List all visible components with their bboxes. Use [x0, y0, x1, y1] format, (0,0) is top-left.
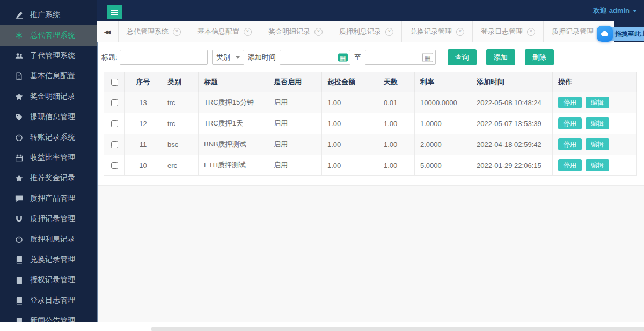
netdisk-cloud-icon[interactable] — [597, 26, 613, 42]
row-checkbox[interactable] — [111, 99, 118, 106]
tab-item[interactable]: 总代管理系统× — [119, 21, 189, 42]
column-header: 类别 — [162, 72, 199, 92]
tab-item[interactable]: 兑换记录管理× — [402, 21, 473, 42]
category-select[interactable]: 类别 — [212, 50, 244, 65]
cell-days: 1.00 — [378, 113, 415, 134]
cell-min_invest: 1.00 — [322, 113, 378, 134]
menu-toggle-button[interactable] — [107, 5, 122, 19]
calendar-icon[interactable]: ▦ — [422, 53, 433, 62]
tab-bar: ◀◀ 总代管理系统×基本信息配置×奖金明细记录×质押利息记录×兑换记录管理×登录… — [97, 21, 644, 42]
sidebar-item[interactable]: 收益比率管理 — [0, 148, 97, 168]
cell-added_at: 2022-05-07 13:53:39 — [471, 113, 553, 134]
sidebar-item[interactable]: 推荐奖金记录 — [0, 168, 97, 188]
sidebar-item-label: 质押记录管理 — [30, 214, 75, 224]
cell-days: 1.00 — [378, 134, 415, 155]
products-table: 序号类别标题是否启用起投金额天数利率添加时间操作 13trcTRC质押15分钟启… — [104, 72, 637, 176]
sidebar-item-label: 推荐奖金记录 — [30, 173, 75, 183]
cell-title: TRC质押1天 — [199, 113, 268, 134]
cell-category: trc — [162, 92, 199, 113]
column-header: 天数 — [378, 72, 415, 92]
tabs-scroll-left-button[interactable]: ◀◀ — [97, 21, 119, 42]
edit-button[interactable]: 编辑 — [586, 117, 609, 129]
select-caret-icon — [236, 56, 240, 59]
cell-enabled: 启用 — [268, 155, 322, 176]
calendar-icon[interactable]: ▦ — [338, 54, 348, 62]
column-header: 利率 — [415, 72, 471, 92]
row-select-cell — [104, 134, 125, 155]
column-header: 操作 — [553, 72, 637, 92]
sidebar-item[interactable]: 授权记录管理 — [0, 270, 97, 290]
table-body: 13trcTRC质押15分钟启用1.000.0110000.00002022-0… — [104, 92, 637, 176]
sidebar-item-label: 提现信息管理 — [30, 112, 75, 122]
asterisk-icon — [14, 31, 23, 40]
sidebar-item[interactable]: 登录日志管理 — [0, 290, 97, 311]
drag-upload-hint: 拖拽至此上传 — [609, 27, 644, 41]
delete-button[interactable]: 删除 — [525, 49, 554, 65]
disable-button[interactable]: 停用 — [558, 97, 582, 108]
add-button[interactable]: 添加 — [486, 49, 515, 65]
tab-label: 奖金明细记录 — [268, 27, 310, 36]
star-icon — [14, 174, 23, 182]
cell-no: 13 — [125, 92, 162, 113]
user-menu[interactable]: 欢迎 admin — [593, 0, 637, 21]
cell-rate: 10000.0000 — [415, 92, 471, 113]
row-actions-cell: 停用编辑 — [553, 155, 637, 176]
cell-added_at: 2022-05-08 10:48:24 — [471, 92, 553, 113]
sidebar-item[interactable]: 质押产品管理 — [0, 188, 97, 209]
tab-list: 总代管理系统×基本信息配置×奖金明细记录×质押利息记录×兑换记录管理×登录日志管… — [119, 21, 644, 42]
cell-enabled: 启用 — [268, 92, 322, 113]
disable-button[interactable]: 停用 — [558, 117, 582, 129]
sidebar-item-label: 收益比率管理 — [30, 153, 75, 163]
users-icon — [14, 52, 23, 60]
time-filter-label: 添加时间 — [248, 53, 276, 62]
tab-item[interactable]: 质押利息记录× — [331, 21, 402, 42]
tab-close-icon[interactable]: × — [173, 28, 181, 36]
sidebar-item[interactable]: 基本信息配置 — [0, 66, 97, 86]
tab-close-icon[interactable]: × — [385, 28, 393, 36]
cell-min_invest: 1.00 — [322, 155, 378, 176]
tab-close-icon[interactable]: × — [527, 28, 535, 36]
sidebar-item[interactable]: 质押利息记录 — [0, 229, 97, 249]
cell-added_at: 2022-01-29 22:06:15 — [471, 155, 553, 176]
sidebar-item[interactable]: 新闻公告管理 — [0, 311, 97, 322]
sidebar-item[interactable]: 子代管理系统 — [0, 46, 97, 66]
sidebar-item[interactable]: 转账记录系统 — [0, 127, 97, 148]
table-header-row: 序号类别标题是否启用起投金额天数利率添加时间操作 — [104, 72, 637, 92]
cell-enabled: 启用 — [268, 113, 322, 134]
sidebar-item[interactable]: 兑换记录管理 — [0, 249, 97, 270]
row-select-cell — [104, 92, 125, 113]
disable-button[interactable]: 停用 — [558, 159, 582, 171]
horizontal-scrollbar[interactable] — [151, 327, 644, 331]
tab-item[interactable]: 登录日志管理× — [473, 21, 544, 42]
sidebar-item[interactable]: 奖金明细记录 — [0, 86, 97, 107]
select-all-checkbox[interactable] — [111, 79, 118, 86]
search-button[interactable]: 查询 — [448, 49, 477, 65]
row-checkbox[interactable] — [111, 141, 118, 148]
row-checkbox[interactable] — [111, 162, 118, 169]
edit-button[interactable]: 编辑 — [586, 97, 609, 108]
cell-title: TRC质押15分钟 — [199, 92, 268, 113]
sidebar-menu: 推广系统总代管理系统子代管理系统基本信息配置奖金明细记录提现信息管理转账记录系统… — [0, 0, 97, 322]
star-icon — [14, 92, 23, 101]
sidebar-item[interactable]: 提现信息管理 — [0, 107, 97, 127]
title-filter-input[interactable] — [120, 50, 208, 65]
tab-item[interactable]: 基本信息配置× — [189, 21, 260, 42]
tab-close-icon[interactable]: × — [314, 28, 323, 36]
disable-button[interactable]: 停用 — [558, 138, 582, 150]
netdisk-drag-overlay[interactable]: 拖拽至此上传 — [597, 26, 644, 42]
column-header: 是否启用 — [268, 72, 322, 92]
edit-button[interactable]: 编辑 — [586, 159, 609, 171]
book-icon — [14, 296, 23, 305]
book-icon — [14, 317, 23, 322]
sidebar-item[interactable]: 推广系统 — [0, 5, 97, 25]
sidebar-item[interactable]: 质押记录管理 — [0, 209, 97, 229]
sidebar-item[interactable]: 总代管理系统 — [0, 25, 97, 46]
cell-category: trc — [162, 113, 199, 134]
tab-item[interactable]: 奖金明细记录× — [260, 21, 331, 42]
book-icon — [14, 276, 23, 284]
edit-button[interactable]: 编辑 — [586, 138, 609, 150]
tab-close-icon[interactable]: × — [456, 28, 464, 36]
row-checkbox[interactable] — [111, 120, 118, 127]
tab-close-icon[interactable]: × — [244, 28, 252, 36]
table-row: 13trcTRC质押15分钟启用1.000.0110000.00002022-0… — [104, 92, 637, 113]
